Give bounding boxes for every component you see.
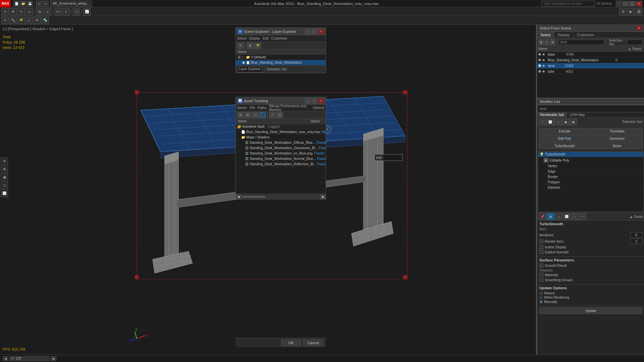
render-iters-checkbox[interactable]: ✓: [539, 239, 543, 243]
mod-btn-3[interactable]: ◻: [554, 119, 561, 125]
tab-customize[interactable]: Customize: [574, 32, 598, 38]
vp-tool-4[interactable]: ◫: [1, 182, 8, 189]
se-tb-filter[interactable]: ⊠: [247, 43, 254, 49]
rotate-btn[interactable]: ↻: [17, 8, 25, 15]
scene-row-base[interactable]: ◈ base 8784: [537, 52, 644, 57]
cancel-button[interactable]: Cancel: [303, 340, 323, 346]
at-row-reflection[interactable]: 🖼 Standing_Desk_Workstation_Reflection_B…: [236, 162, 326, 167]
quick-tessellate[interactable]: Tessellate: [591, 128, 643, 134]
create-btn[interactable]: ✦: [1, 17, 9, 24]
scale-btn[interactable]: ⊿: [25, 8, 33, 15]
tab-display[interactable]: Display: [554, 32, 574, 38]
mod-btn-4[interactable]: ◼: [562, 119, 569, 125]
mod-row-edge[interactable]: Edge: [538, 169, 643, 174]
scene-row-desk[interactable]: ◈ desk 13462: [537, 63, 644, 69]
se-tb-hierarchy[interactable]: 🌳: [254, 43, 261, 49]
at-minimize[interactable]: ─: [305, 98, 310, 104]
at-tb-2[interactable]: ⊠: [245, 112, 251, 118]
mod-row-border[interactable]: Border: [538, 174, 643, 180]
move-btn[interactable]: ✥: [9, 8, 17, 15]
curve-editor-btn[interactable]: 📈: [83, 8, 91, 15]
vp-tool-5[interactable]: ⬜: [1, 190, 8, 197]
mod-btn-5[interactable]: ▣: [570, 119, 577, 125]
at-row-maps[interactable]: 📁 Maps / Shaders: [236, 135, 326, 140]
se-tb-close[interactable]: ✕: [237, 43, 244, 49]
quick-extrude[interactable]: Extrude: [539, 128, 591, 134]
se-menu-select[interactable]: Select: [237, 37, 247, 40]
utilities-btn[interactable]: 🔩: [42, 17, 49, 24]
quick-editpoly[interactable]: Edit Poly: [539, 135, 591, 142]
at-row-vault[interactable]: 🔐 Autodesk Vault Logged: [236, 124, 326, 129]
expand-icon[interactable]: ▶: [544, 158, 548, 163]
se-menu-display[interactable]: Display: [249, 37, 260, 40]
vp-tool-3[interactable]: ▣: [1, 174, 8, 181]
mod-row-turbosmooth[interactable]: 💡 TurboSmooth: [538, 152, 643, 157]
bottom-nav-right[interactable]: ▶: [51, 356, 56, 361]
at-menu-options[interactable]: Options: [313, 106, 324, 110]
pin-icon[interactable]: 📌: [539, 213, 546, 220]
filter-btn[interactable]: ⊠: [538, 39, 544, 45]
mod-row-element[interactable]: Element: [538, 185, 643, 190]
mirror-btn[interactable]: ⟺: [54, 8, 62, 15]
at-menu-bitmap[interactable]: Bitmap Performance and Memory: [269, 104, 310, 112]
save-icon[interactable]: 💾: [27, 1, 33, 7]
at-tb-settings[interactable]: ⚙: [276, 112, 283, 118]
expand-btn[interactable]: +: [544, 39, 550, 45]
asset-scrollbar[interactable]: ◀ ▶: [236, 194, 326, 199]
modifier-list-area[interactable]: 💡 TurboSmooth ▶ Editable Poly Vertex Edg…: [538, 152, 644, 212]
hierarchy-btn[interactable]: 🌳: [17, 17, 25, 24]
quad-icon[interactable]: ⬜: [563, 213, 570, 220]
bottom-nav-left[interactable]: ◀: [3, 356, 8, 361]
se-menu-edit[interactable]: Edit: [263, 37, 269, 40]
render-setup-btn[interactable]: ⚙: [619, 8, 627, 15]
at-close[interactable]: ✕: [318, 98, 324, 104]
se-row-bsdw[interactable]: 📋 Blue_Standing_Desk_Workstation: [236, 60, 326, 65]
mod-tab-renderable[interactable]: Renderable Spli: [537, 112, 567, 117]
mod-row-vertex[interactable]: Vertex: [538, 164, 643, 169]
mod-btn-2[interactable]: ⬜: [546, 119, 554, 125]
at-row-glossiness[interactable]: 🖼 Standing_Desk_Workstation_Glossiness_B…: [236, 145, 326, 151]
scene-explorer-close[interactable]: ✕: [318, 29, 324, 34]
scroll-left[interactable]: ◀: [236, 194, 241, 199]
asset-table[interactable]: Name Status 🔐 Autodesk Vault Logged 📄 Bl…: [236, 119, 326, 194]
tri-icon[interactable]: △: [555, 213, 562, 220]
at-menu-file[interactable]: File: [250, 106, 255, 110]
mod-tab-uvwmap[interactable]: UVW Map: [567, 112, 588, 117]
sort-btn[interactable]: ⊞: [550, 39, 555, 45]
minimize-button[interactable]: ─: [623, 1, 629, 6]
scene-row-tube[interactable]: ◈ tube 4032: [537, 69, 644, 74]
update-button[interactable]: Update: [539, 307, 642, 314]
quick-turbosmooth[interactable]: TurboSmooth: [539, 142, 591, 149]
at-menu-server[interactable]: Server: [237, 106, 247, 110]
vertex-icon[interactable]: •: [579, 213, 586, 220]
smoothing-checkbox[interactable]: [539, 278, 543, 282]
tab-select[interactable]: Select: [537, 32, 554, 38]
at-tb-help[interactable]: ?: [269, 112, 276, 118]
asset-tracking-window[interactable]: 📊 Asset Tracking ─ □ ✕ Server File Paths…: [235, 97, 326, 199]
select-btn[interactable]: ✛: [1, 8, 9, 15]
maximize-button[interactable]: □: [629, 1, 635, 6]
modify-btn[interactable]: 🔧: [9, 17, 17, 24]
faces-icon[interactable]: ▦: [547, 213, 554, 220]
align-btn[interactable]: ≡: [62, 8, 70, 15]
close-button[interactable]: ✕: [636, 1, 642, 6]
at-tb-1[interactable]: ⊞: [237, 112, 244, 118]
at-row-ior[interactable]: 🖼 Standing_Desk_Workstation_ior_Blue.png…: [236, 151, 326, 156]
scene-explorer-content[interactable]: Name ▶ 📁 0 (default) 📋 Blue_Standing_Des…: [236, 49, 326, 65]
layer-btn[interactable]: ⬛: [73, 8, 80, 15]
redo-icon[interactable]: ↪: [43, 1, 49, 7]
edge-icon[interactable]: —: [571, 213, 578, 220]
undo-icon[interactable]: ↩: [36, 1, 42, 7]
at-tb-3[interactable]: ◻: [252, 112, 259, 118]
isoline-checkbox[interactable]: [539, 245, 543, 249]
select-search-input[interactable]: [558, 40, 604, 45]
always-radio[interactable]: [539, 292, 543, 295]
scene-explorer-window[interactable]: 🗂 Scene Explorer - Layer Explorer ─ □ ✕ …: [235, 27, 326, 73]
mod-row-editpoly[interactable]: ▶ Editable Poly: [538, 157, 643, 164]
render-iters-value[interactable]: 2: [630, 239, 642, 244]
at-maximize[interactable]: □: [312, 98, 317, 104]
at-menu-paths[interactable]: Paths: [258, 106, 267, 110]
mod-row-polygon[interactable]: Polygon: [538, 180, 643, 185]
search-field[interactable]: Type a keyword or phrase: [541, 1, 595, 7]
display-btn[interactable]: 👁: [34, 17, 41, 24]
